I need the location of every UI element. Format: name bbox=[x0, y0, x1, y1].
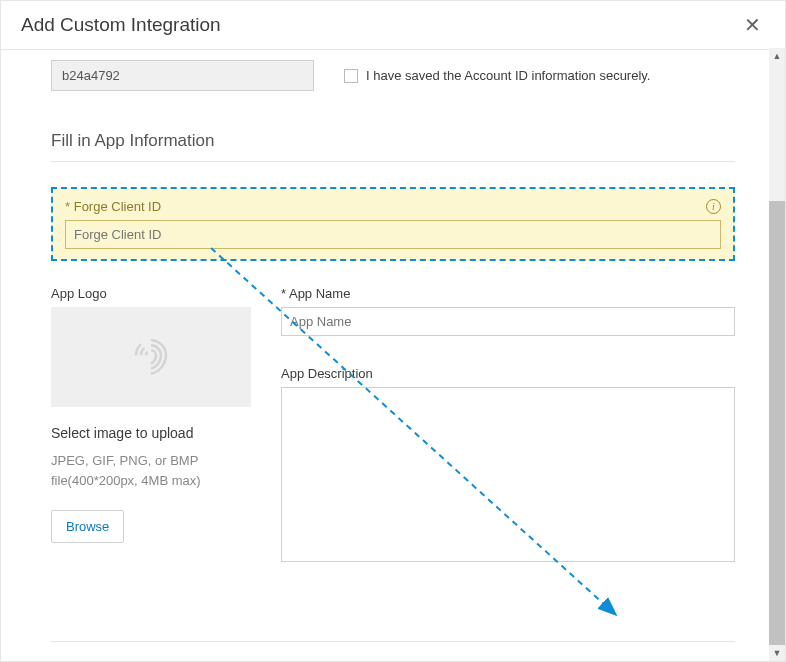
checkbox-row: I have saved the Account ID information … bbox=[344, 68, 650, 83]
dialog-footer: Back Save bbox=[51, 641, 735, 660]
app-description-group: App Description bbox=[281, 366, 735, 566]
section-divider bbox=[51, 161, 735, 162]
close-icon[interactable]: ✕ bbox=[740, 13, 765, 37]
forge-client-id-input[interactable] bbox=[65, 220, 721, 249]
two-column-layout: App Logo Select image to upload JPEG, GI… bbox=[51, 286, 735, 596]
app-name-group: * App Name bbox=[281, 286, 735, 336]
saved-securely-checkbox[interactable] bbox=[344, 69, 358, 83]
app-name-input[interactable] bbox=[281, 307, 735, 336]
left-column: App Logo Select image to upload JPEG, GI… bbox=[51, 286, 251, 596]
browse-button[interactable]: Browse bbox=[51, 510, 124, 543]
account-id-display: b24a4792 bbox=[51, 60, 314, 91]
saved-securely-label: I have saved the Account ID information … bbox=[366, 68, 650, 83]
section-title: Fill in App Information bbox=[51, 131, 735, 151]
dialog-header: Add Custom Integration ✕ bbox=[1, 1, 785, 50]
logo-placeholder bbox=[51, 307, 251, 407]
right-column: * App Name App Description bbox=[281, 286, 735, 596]
app-description-label: App Description bbox=[281, 366, 735, 381]
account-row: b24a4792 I have saved the Account ID inf… bbox=[51, 60, 735, 91]
dialog-title: Add Custom Integration bbox=[21, 14, 221, 36]
info-icon[interactable]: i bbox=[706, 199, 721, 214]
forge-client-id-label-row: * Forge Client ID i bbox=[65, 199, 721, 214]
upload-hint: JPEG, GIF, PNG, or BMP file(400*200px, 4… bbox=[51, 451, 251, 490]
upload-title: Select image to upload bbox=[51, 425, 251, 441]
fingerprint-icon bbox=[131, 337, 171, 377]
dialog-content: b24a4792 I have saved the Account ID inf… bbox=[1, 50, 785, 660]
forge-client-id-highlight: * Forge Client ID i bbox=[51, 187, 735, 261]
app-name-label: * App Name bbox=[281, 286, 735, 301]
app-logo-label: App Logo bbox=[51, 286, 251, 301]
app-description-textarea[interactable] bbox=[281, 387, 735, 562]
forge-client-id-label: * Forge Client ID bbox=[65, 199, 161, 214]
